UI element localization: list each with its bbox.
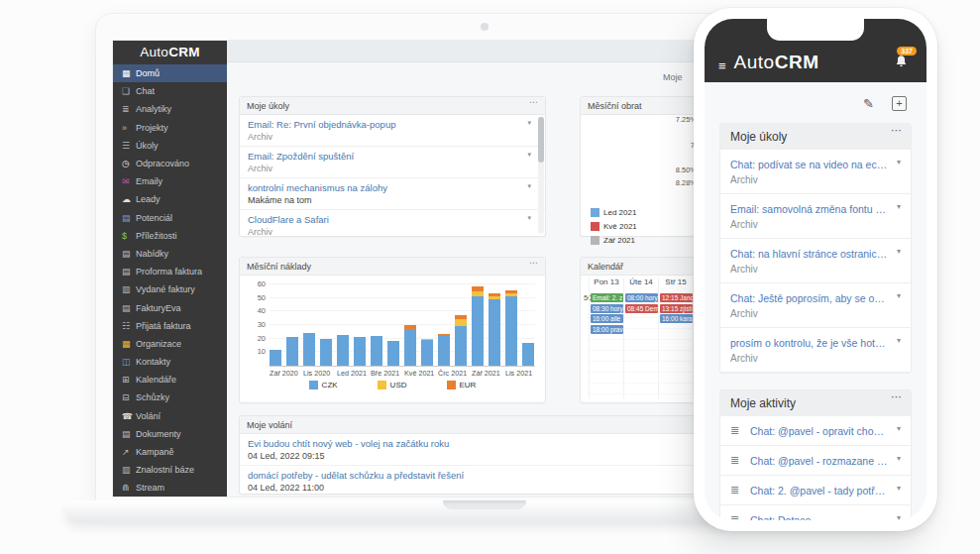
chevron-down-icon[interactable]: ▾ xyxy=(897,158,901,166)
bar-segment-czk xyxy=(455,326,467,366)
task-title-link[interactable]: CloudFlare a Safari xyxy=(248,214,523,225)
sidebar-item-icon: ⊟ xyxy=(122,392,136,402)
chevron-down-icon[interactable]: ▾ xyxy=(527,182,531,190)
chevron-down-icon[interactable]: ▾ xyxy=(527,151,531,159)
bar-segment-czk xyxy=(270,350,281,366)
sidebar-item-icon: ✉ xyxy=(122,176,136,186)
sidebar-item-label: Potenciál xyxy=(136,213,172,223)
sidebar-item[interactable]: $ Příležitosti xyxy=(113,227,227,245)
sidebar-item[interactable]: ◫ Kontakty xyxy=(113,353,227,371)
y-axis-tick: 20 xyxy=(246,334,266,343)
webcam-dot xyxy=(481,23,489,31)
bell-icon[interactable]: 337 xyxy=(893,54,913,73)
phone-task-row: Chat: Ještě poprosím, aby se odkazy z...… xyxy=(720,283,911,328)
phone-activity-title-link[interactable]: Chat: @pavel - rozmazane fotky z... xyxy=(750,455,889,467)
app-logo: AutoCRM xyxy=(113,41,227,64)
costs-panel-title: Měsíční náklady xyxy=(247,262,311,272)
chevron-down-icon[interactable]: ▾ xyxy=(897,454,901,463)
sidebar-item[interactable]: ✉ Emaily xyxy=(113,172,227,190)
sidebar-item-icon: ❏ xyxy=(122,86,136,96)
sidebar-item[interactable]: ▤ Potenciál xyxy=(113,209,227,227)
task-title-link[interactable]: Email: Re: První objednávka-popup xyxy=(248,119,523,130)
sidebar-item[interactable]: ☰ Úkoly xyxy=(113,137,227,155)
panel-menu-icon[interactable]: ⋯ xyxy=(529,254,539,272)
task-title-link[interactable]: kontrolní mechanismus na zálohy xyxy=(248,182,523,193)
scrollbar-thumb[interactable] xyxy=(538,117,544,163)
phone-task-title-link[interactable]: Chat: Ještě poprosím, aby se odkazy z... xyxy=(730,292,889,304)
cost-bar: Lis 2020 xyxy=(303,333,315,366)
chevron-down-icon[interactable]: ▾ xyxy=(897,513,901,520)
calendar-event[interactable]: 13:15 zjisti xyxy=(660,304,693,313)
calendar-event[interactable]: 18:00 prav xyxy=(591,325,623,334)
sidebar-item-label: Znalostní báze xyxy=(136,465,194,475)
sidebar-item[interactable]: ▦ Domů xyxy=(113,64,227,82)
sidebar-item[interactable]: ▤ Proforma faktura xyxy=(113,263,227,280)
sidebar-item[interactable]: ⊞ Kalendáře xyxy=(113,371,227,388)
sidebar-item[interactable]: ⋒ Stream xyxy=(113,479,227,497)
sidebar-item-icon: ☎ xyxy=(122,411,136,421)
legend-label: Kvě 2021 xyxy=(603,222,637,231)
sidebar-item-icon: ▥ xyxy=(122,465,136,475)
sidebar-item[interactable]: ▥ Znalostní báze xyxy=(113,461,227,479)
calendar-event[interactable]: 12:15 Janc xyxy=(660,293,693,302)
sidebar-item-icon: ⊞ xyxy=(122,375,136,385)
chevron-down-icon[interactable]: ▾ xyxy=(527,214,531,222)
add-plus-icon[interactable]: + xyxy=(892,96,907,111)
calendar-event[interactable]: 08:30 hory xyxy=(591,304,623,313)
scrollbar[interactable] xyxy=(538,116,544,234)
task-title-link[interactable]: Email: Zpoždění spuštění xyxy=(248,151,523,162)
legend-label: USD xyxy=(390,381,407,389)
calendar-event[interactable]: Email: 2. z xyxy=(591,293,623,302)
phone-task-title-link[interactable]: prosím o kontrolu, že je vše hotovo n... xyxy=(730,337,889,349)
sidebar-item[interactable]: ▤ Dokumenty xyxy=(113,425,227,443)
bar-chart-legend: CZK USD EUR xyxy=(240,381,545,389)
chevron-down-icon[interactable]: ▾ xyxy=(897,247,901,256)
sidebar-item[interactable]: » Projekty xyxy=(113,119,227,137)
hamburger-menu-icon[interactable]: ≡ xyxy=(718,58,726,73)
chevron-down-icon[interactable]: ▾ xyxy=(897,336,901,345)
calendar-event[interactable]: 16:00 kara xyxy=(660,314,693,323)
edit-pencil-icon[interactable]: ✎ xyxy=(863,96,874,111)
chevron-down-icon[interactable]: ▾ xyxy=(527,119,531,127)
panel-menu-icon[interactable]: ⋯ xyxy=(891,117,903,143)
sidebar-item[interactable]: ▦ Organizace xyxy=(113,335,227,353)
phone-task-title-link[interactable]: Chat: podívat se na video na ecg - pr... xyxy=(730,159,889,170)
sidebar-item[interactable]: ▥ Vydané faktury xyxy=(113,280,227,298)
sidebar-item[interactable]: ↗ Kampaně xyxy=(113,443,227,461)
panel-menu-icon[interactable]: ⋯ xyxy=(891,384,903,409)
sidebar-item[interactable]: ⊟ Schůzky xyxy=(113,388,227,406)
sidebar-item[interactable]: ❏ Chat xyxy=(113,82,227,100)
phone-task-note: Archiv xyxy=(730,308,889,319)
calendar-event[interactable]: 16:00 alle xyxy=(591,314,623,323)
calendar-event[interactable]: 08:00 hory xyxy=(625,293,658,302)
legend-item: Kvě 2021 xyxy=(591,222,708,231)
x-axis-tick: Kvě 2021 xyxy=(404,369,416,378)
sidebar-item[interactable]: ◷ Odpracováno xyxy=(113,155,227,172)
tasks-panel-header: Moje úkoly ⋯ xyxy=(240,97,545,115)
sidebar-item[interactable]: ☁ Leady xyxy=(113,190,227,208)
phone-activity-title-link[interactable]: Chat: 2. @pavel - tady potřebuji ... xyxy=(750,485,889,497)
panel-menu-icon[interactable]: ⋯ xyxy=(529,96,539,111)
costs-panel-header: Měsíční náklady ⋯ xyxy=(240,258,545,276)
calendar-event[interactable]: 08:45 Dem xyxy=(625,304,658,313)
phone-task-title-link[interactable]: Chat: na hlavní stránce ostranic slider.… xyxy=(730,248,889,260)
phone-activity-row: ≣ Chat: @pavel - rozmazane fotky z... ▾ xyxy=(720,446,911,476)
sidebar-item-icon: ▤ xyxy=(122,303,136,313)
sidebar-item[interactable]: ≣ Analytiky xyxy=(113,100,227,118)
phone-task-title-link[interactable]: Email: samovolná změna fontu na es... xyxy=(730,203,889,215)
sidebar-item[interactable]: ☎ Volání xyxy=(113,407,227,425)
notification-badge: 337 xyxy=(897,47,917,55)
chevron-down-icon[interactable]: ▾ xyxy=(897,484,901,493)
tasks-panel-title: Moje úkoly xyxy=(247,101,289,111)
chevron-down-icon[interactable]: ▾ xyxy=(897,291,901,300)
chevron-down-icon[interactable]: ▾ xyxy=(897,202,901,211)
cost-bar: Lis 2021 xyxy=(505,290,517,366)
chevron-down-icon[interactable]: ▾ xyxy=(897,424,901,433)
sidebar-item[interactable]: ☷ Přijatá faktura xyxy=(113,317,227,335)
phone-activity-title-link[interactable]: Chat: @pavel - opravit chování IO... xyxy=(750,425,889,437)
phone-header: ≡ AutoCRM 337 xyxy=(705,19,926,82)
filter-moje-link[interactable]: Moje xyxy=(663,72,683,82)
sidebar-item[interactable]: ▤ FakturyEva xyxy=(113,298,227,316)
phone-activity-title-link[interactable]: Chat: Dotace xyxy=(750,514,889,521)
sidebar-item[interactable]: ▤ Nabídky xyxy=(113,245,227,263)
